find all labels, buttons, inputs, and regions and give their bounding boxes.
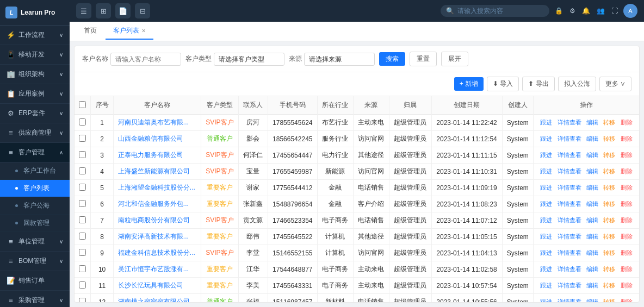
new-button[interactable]: + 新增	[454, 77, 484, 91]
row-select-checkbox[interactable]	[79, 118, 86, 126]
select-all-checkbox[interactable]	[79, 101, 86, 108]
op-detail-button[interactable]: 详情查看	[558, 119, 581, 126]
op-track-button[interactable]: 跟进	[540, 135, 552, 142]
op-detail-button[interactable]: 详情查看	[558, 266, 581, 272]
op-transfer-button[interactable]: 转移	[603, 249, 615, 256]
search-input[interactable]	[457, 7, 544, 15]
op-delete-button[interactable]: 删除	[621, 217, 633, 223]
op-delete-button[interactable]: 删除	[621, 152, 633, 158]
row-name[interactable]: 湖南桃之帘帘帘有限公司	[113, 294, 201, 303]
op-track-button[interactable]: 跟进	[540, 233, 552, 240]
row-name[interactable]: 长沙长忆玩具有限公司	[113, 278, 201, 294]
op-delete-button[interactable]: 删除	[621, 266, 633, 272]
file-view-button[interactable]: 📄	[115, 3, 131, 18]
op-track-button[interactable]: 跟进	[540, 119, 552, 126]
op-track-button[interactable]: 跟进	[540, 266, 552, 272]
row-select-checkbox[interactable]	[79, 200, 86, 207]
op-transfer-button[interactable]: 转移	[603, 282, 615, 289]
row-checkbox[interactable]	[75, 131, 91, 147]
row-checkbox[interactable]	[75, 294, 91, 303]
row-checkbox[interactable]	[75, 115, 91, 131]
op-transfer-button[interactable]: 转移	[603, 233, 615, 240]
user-group-icon[interactable]: 👥	[597, 7, 605, 15]
op-detail-button[interactable]: 详情查看	[558, 233, 581, 240]
row-name[interactable]: 正泰电力服务有限公司	[113, 147, 201, 164]
op-delete-button[interactable]: 删除	[621, 184, 633, 191]
row-name[interactable]: 福建金科信息技术股份分...	[113, 245, 201, 261]
row-name[interactable]: 上海湘望金融科技股份分...	[113, 180, 201, 196]
more-button[interactable]: 更多 ∨	[599, 77, 631, 91]
op-delete-button[interactable]: 删除	[621, 168, 633, 174]
op-detail-button[interactable]: 详情查看	[558, 152, 581, 158]
op-delete-button[interactable]: 删除	[621, 233, 633, 240]
op-edit-button[interactable]: 编辑	[586, 152, 598, 158]
row-name[interactable]: 吴江市恒宇布艺股涨有...	[113, 261, 201, 278]
row-checkbox[interactable]	[75, 180, 91, 196]
lock-icon[interactable]: 🔒	[555, 7, 563, 15]
row-checkbox[interactable]	[75, 261, 91, 278]
op-track-button[interactable]: 跟进	[540, 217, 552, 223]
op-detail-button[interactable]: 详情查看	[558, 168, 581, 174]
row-name[interactable]: 河北和信金融服务外包...	[113, 196, 201, 212]
op-edit-button[interactable]: 编辑	[586, 201, 598, 207]
op-edit-button[interactable]: 编辑	[586, 233, 598, 240]
op-delete-button[interactable]: 删除	[621, 298, 633, 302]
op-transfer-button[interactable]: 转移	[603, 217, 615, 223]
op-edit-button[interactable]: 编辑	[586, 217, 598, 223]
sidebar-item-unit[interactable]: ≡ 单位管理 ∨	[0, 232, 70, 252]
sidebar-item-customer-list[interactable]: 客户列表	[0, 180, 70, 197]
row-checkbox[interactable]	[75, 164, 91, 180]
gear-icon[interactable]: ⚙	[569, 7, 575, 15]
grid-view-button[interactable]: ⊞	[96, 3, 111, 18]
op-transfer-button[interactable]: 转移	[603, 152, 615, 158]
row-select-checkbox[interactable]	[79, 184, 86, 191]
sidebar-item-customer-pool[interactable]: 客户公海	[0, 197, 70, 215]
row-checkbox[interactable]	[75, 196, 91, 212]
op-track-button[interactable]: 跟进	[540, 152, 552, 158]
filter-select-source[interactable]: 请选择来源 主动来电 访问官网 电话销售	[304, 53, 375, 66]
op-detail-button[interactable]: 详情查看	[558, 201, 581, 207]
row-name[interactable]: 湖南安泽高新技术有限...	[113, 229, 201, 245]
search-button[interactable]: 搜索	[379, 52, 405, 66]
import-button[interactable]: ⬇ 导入	[487, 77, 519, 91]
op-edit-button[interactable]: 编辑	[586, 266, 598, 272]
op-detail-button[interactable]: 详情查看	[558, 217, 581, 223]
tab-customer-list[interactable]: 客户列表 ✕	[106, 23, 153, 40]
row-checkbox[interactable]	[75, 147, 91, 164]
op-delete-button[interactable]: 删除	[621, 249, 633, 256]
row-name[interactable]: 上海盛竺新能源有限公司	[113, 164, 201, 180]
sidebar-item-mobile-dev[interactable]: 📱 移动开发 ∨	[0, 45, 70, 65]
op-track-button[interactable]: 跟进	[540, 168, 552, 174]
row-select-checkbox[interactable]	[79, 298, 86, 303]
sidebar-item-erp[interactable]: ⚙ ERP套件 ∨	[0, 104, 70, 123]
row-select-checkbox[interactable]	[79, 151, 86, 158]
sidebar-item-org[interactable]: 🏢 组织架构 ∨	[0, 65, 70, 84]
bell-icon[interactable]: 🔔	[582, 7, 590, 15]
tab-close-customer-list[interactable]: ✕	[141, 28, 146, 34]
op-detail-button[interactable]: 详情查看	[558, 184, 581, 191]
sidebar-item-purchase[interactable]: ≡ 采购管理 ∨	[0, 291, 70, 307]
op-delete-button[interactable]: 删除	[621, 135, 633, 142]
row-checkbox[interactable]	[75, 212, 91, 229]
sidebar-item-workflow[interactable]: ⚡ 工作流程 ∨	[0, 26, 70, 45]
row-select-checkbox[interactable]	[79, 233, 86, 240]
row-select-checkbox[interactable]	[79, 249, 86, 256]
merge-button[interactable]: 拟入公海	[558, 77, 596, 91]
row-select-checkbox[interactable]	[79, 216, 86, 223]
op-edit-button[interactable]: 编辑	[586, 135, 598, 142]
sidebar-item-supplier[interactable]: ≡ 供应商管理 ∨	[0, 123, 70, 143]
tab-home[interactable]: 首页	[76, 23, 104, 40]
op-edit-button[interactable]: 编辑	[586, 282, 598, 289]
row-checkbox[interactable]	[75, 229, 91, 245]
op-transfer-button[interactable]: 转移	[603, 298, 615, 302]
row-select-checkbox[interactable]	[79, 265, 86, 272]
row-select-checkbox[interactable]	[79, 167, 86, 174]
menu-toggle-button[interactable]: ☰	[76, 3, 91, 18]
op-track-button[interactable]: 跟进	[540, 201, 552, 207]
op-edit-button[interactable]: 编辑	[586, 249, 598, 256]
expand-button[interactable]: 展开	[441, 52, 468, 66]
export-button[interactable]: ⬆ 导出	[522, 77, 554, 91]
op-detail-button[interactable]: 详情查看	[558, 135, 581, 142]
op-track-button[interactable]: 跟进	[540, 249, 552, 256]
op-delete-button[interactable]: 删除	[621, 201, 633, 207]
